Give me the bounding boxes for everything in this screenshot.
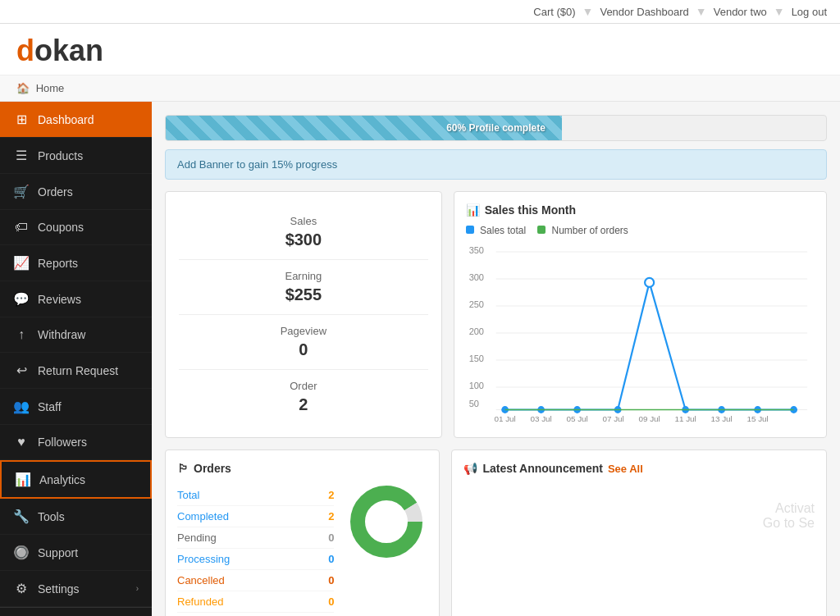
home-icon: 🏠 — [16, 82, 30, 94]
order-label: Order — [179, 380, 428, 392]
staff-icon: 👥 — [13, 399, 30, 414]
logo: dokan — [16, 34, 824, 68]
stats-row: Sales $300 Earning $255 Pageview 0 Order… — [165, 191, 827, 438]
announcement-icon: 📢 — [463, 462, 477, 475]
user-profile-button[interactable]: 👤 — [51, 608, 102, 616]
sales-line — [504, 282, 793, 409]
sidebar-label-support: Support — [38, 546, 139, 559]
sidebar-item-reviews[interactable]: 💬 Reviews — [0, 281, 152, 317]
order-row-onhold: On hold 0 — [177, 613, 334, 616]
sidebar-item-tools[interactable]: 🔧 Tools — [0, 499, 152, 535]
profile-progress-label: 60% Profile complete — [166, 122, 826, 134]
order-label-pending: Pending — [177, 532, 217, 544]
external-link-button[interactable]: ↗ — [0, 608, 51, 616]
orders-section-title: 🏳 Orders — [177, 462, 427, 475]
announcement-content: ActivatGo to Se — [463, 485, 815, 531]
settings-icon: ⚙ — [13, 581, 30, 596]
order-row-pending: Pending 0 — [177, 527, 334, 549]
orders-box: 🏳 Orders Total 2 Completed 2 — [165, 449, 440, 616]
legend-sales-dot — [466, 226, 474, 234]
order-val-cancelled: 0 — [328, 574, 334, 586]
order-label-cancelled: Cancelled — [177, 574, 225, 586]
breadcrumb: 🏠 Home — [0, 75, 840, 102]
coupons-icon: 🏷 — [13, 220, 30, 235]
power-button[interactable]: ⏻ — [101, 608, 152, 616]
pageview-label: Pageview — [179, 325, 428, 337]
sales-chart-box: 📊 Sales this Month Sales total Number of… — [454, 191, 827, 438]
main-layout: ⊞ Dashboard ☰ Products 🛒 Orders 🏷 Coupon… — [0, 102, 840, 616]
earning-label: Earning — [179, 270, 428, 282]
svg-point-24 — [366, 501, 407, 542]
header: dokan — [0, 24, 840, 75]
chart-legend: Sales total Number of orders — [466, 225, 815, 236]
sidebar-label-dashboard: Dashboard — [38, 113, 139, 126]
svg-text:15 Jul: 15 Jul — [746, 414, 768, 423]
tools-icon: 🔧 — [13, 509, 30, 524]
legend-orders: Number of orders — [537, 225, 628, 236]
sidebar-label-return-request: Return Request — [38, 364, 139, 377]
order-val-completed: 2 — [328, 510, 334, 522]
sidebar-item-analytics[interactable]: 📊 Analytics — [0, 460, 152, 499]
announcement-box: 📢 Latest Announcement See All ActivatGo … — [451, 449, 827, 616]
vendor-two-button[interactable]: Vendor two — [714, 6, 767, 18]
sidebar-item-orders[interactable]: 🛒 Orders — [0, 174, 152, 210]
reviews-icon: 💬 — [13, 291, 30, 307]
withdraw-icon: ↑ — [13, 327, 30, 342]
svg-text:09 Jul: 09 Jul — [638, 414, 660, 423]
sidebar-label-analytics: Analytics — [39, 473, 137, 486]
sidebar-item-withdraw[interactable]: ↑ Withdraw — [0, 317, 152, 353]
stat-order: Order 2 — [179, 370, 428, 424]
logo-rest: okan — [34, 34, 103, 67]
see-all-button[interactable]: See All — [608, 463, 643, 475]
profile-progress-container: 60% Profile complete — [165, 115, 827, 141]
order-label-processing: Processing — [177, 553, 230, 565]
cart-button[interactable]: Cart ($0) — [533, 6, 575, 18]
order-row-processing: Processing 0 — [177, 549, 334, 570]
order-row-refunded: Refunded 0 — [177, 591, 334, 613]
sidebar-item-staff[interactable]: 👥 Staff — [0, 389, 152, 425]
dashboard-icon: ⊞ — [13, 112, 30, 127]
breadcrumb-home[interactable]: Home — [36, 82, 65, 94]
order-value: 2 — [179, 395, 428, 414]
logout-button[interactable]: Log out — [792, 6, 827, 18]
sidebar-item-support[interactable]: 🔘 Support — [0, 535, 152, 571]
order-label-refunded: Refunded — [177, 595, 223, 608]
reports-icon: 📈 — [13, 255, 30, 271]
vendor-dashboard-button[interactable]: Vendor Dashboard — [600, 6, 688, 18]
products-icon: ☰ — [13, 148, 30, 163]
order-label-total: Total — [177, 489, 199, 501]
chart-title: 📊 Sales this Month — [466, 203, 815, 217]
bottom-row: 🏳 Orders Total 2 Completed 2 — [165, 449, 827, 616]
stat-pageview: Pageview 0 — [179, 315, 428, 370]
svg-text:200: 200 — [468, 326, 483, 336]
support-icon: 🔘 — [13, 545, 30, 560]
sidebar-label-staff: Staff — [38, 400, 139, 413]
svg-text:350: 350 — [468, 245, 483, 255]
sidebar-item-coupons[interactable]: 🏷 Coupons — [0, 210, 152, 245]
sidebar-bottom: ↗ 👤 ⏻ — [0, 607, 152, 616]
orders-list: Total 2 Completed 2 Pending 0 Processi — [177, 485, 334, 616]
sidebar-item-dashboard[interactable]: ⊞ Dashboard — [0, 102, 152, 138]
order-row-total: Total 2 — [177, 485, 334, 506]
sales-chart-svg: 350 300 250 200 150 100 50 — [466, 243, 815, 423]
sidebar-item-settings[interactable]: ⚙ Settings › — [0, 571, 152, 607]
sidebar-item-products[interactable]: ☰ Products — [0, 138, 152, 174]
order-val-total: 2 — [328, 489, 334, 501]
svg-text:11 Jul: 11 Jul — [674, 414, 696, 423]
svg-text:300: 300 — [468, 272, 483, 282]
pageview-value: 0 — [179, 340, 428, 359]
return-icon: ↩ — [13, 363, 30, 378]
order-row-cancelled: Cancelled 0 — [177, 570, 334, 591]
sidebar-item-reports[interactable]: 📈 Reports — [0, 245, 152, 281]
sidebar-item-return-request[interactable]: ↩ Return Request — [0, 353, 152, 389]
legend-orders-dot — [537, 226, 546, 234]
sidebar-item-followers[interactable]: ♥ Followers — [0, 425, 152, 460]
announcement-title: 📢 Latest Announcement See All — [463, 462, 815, 475]
donut-chart — [349, 485, 423, 559]
order-val-pending: 0 — [328, 532, 334, 544]
settings-arrow: › — [136, 584, 139, 593]
logo-d: d — [16, 34, 34, 67]
sidebar-label-reports: Reports — [38, 257, 139, 270]
svg-text:250: 250 — [468, 299, 483, 309]
svg-text:03 Jul: 03 Jul — [530, 414, 551, 423]
